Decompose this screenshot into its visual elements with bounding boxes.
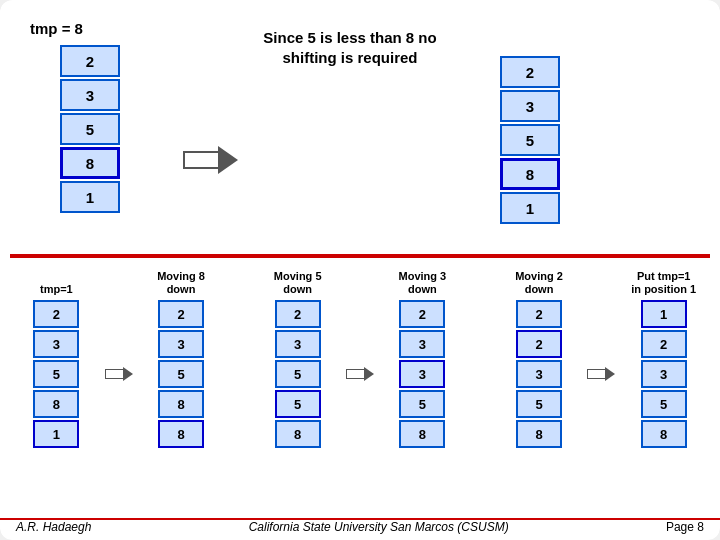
section-divider xyxy=(10,254,710,258)
top-right-cell-1: 3 xyxy=(500,90,560,122)
bottom-cell-3-1: 3 xyxy=(399,330,445,358)
footer-author: A.R. Hadaegh xyxy=(16,520,91,534)
col-group-1: Moving 8 down23588 xyxy=(135,268,228,450)
bottom-cell-1-3: 8 xyxy=(158,390,204,418)
top-right-cell-3: 8 xyxy=(500,158,560,190)
footer: A.R. Hadaegh California State University… xyxy=(0,518,720,534)
bottom-cell-4-0: 2 xyxy=(516,300,562,328)
small-arrow-icon xyxy=(105,367,133,381)
main-container: tmp = 8 23581 Since 5 is less than 8 no … xyxy=(0,0,720,540)
bottom-cell-1-1: 3 xyxy=(158,330,204,358)
bottom-cell-5-4: 8 xyxy=(641,420,687,448)
col-group-0: tmp=123581 xyxy=(10,268,103,450)
bottom-cell-0-1: 3 xyxy=(33,330,79,358)
right-arrow xyxy=(170,10,250,250)
bottom-section: tmp=123581Moving 8 down23588Moving 5 dow… xyxy=(10,262,710,450)
column-arrow xyxy=(348,268,372,450)
top-left-array: tmp = 8 23581 xyxy=(10,10,170,215)
col-label-4: Moving 2 down xyxy=(515,268,563,296)
top-left-cell-0: 2 xyxy=(60,45,120,77)
column-arrow xyxy=(107,268,131,450)
top-left-cells: 23581 xyxy=(60,45,120,215)
arr-body xyxy=(346,369,364,379)
small-arrow-icon xyxy=(346,367,374,381)
col-group-5: Put tmp=1 in position 112358 xyxy=(617,268,710,450)
footer-university: California State University San Marcos (… xyxy=(249,520,509,534)
top-right-cell-0: 2 xyxy=(500,56,560,88)
bottom-cell-1-0: 2 xyxy=(158,300,204,328)
between-col-spacer xyxy=(231,268,247,450)
col-label-2: Moving 5 down xyxy=(274,268,322,296)
bottom-cell-0-2: 5 xyxy=(33,360,79,388)
bottom-cell-2-1: 3 xyxy=(275,330,321,358)
top-right-cells: 23581 xyxy=(500,56,560,226)
col-group-2: Moving 5 down23558 xyxy=(251,268,344,450)
bottom-cell-0-3: 8 xyxy=(33,390,79,418)
title-area: Since 5 is less than 8 no shifting is re… xyxy=(250,10,450,75)
top-section: tmp = 8 23581 Since 5 is less than 8 no … xyxy=(10,10,710,250)
bottom-cell-2-4: 8 xyxy=(275,420,321,448)
bottom-cell-5-2: 3 xyxy=(641,360,687,388)
small-arrow-icon xyxy=(587,367,615,381)
col-label-1: Moving 8 down xyxy=(157,268,205,296)
top-left-cell-4: 1 xyxy=(60,181,120,213)
bottom-cell-5-0: 1 xyxy=(641,300,687,328)
col-label-3: Moving 3 down xyxy=(399,268,447,296)
arrow-head xyxy=(218,146,238,174)
top-right-cell-2: 5 xyxy=(500,124,560,156)
bottom-cell-4-3: 5 xyxy=(516,390,562,418)
col-group-3: Moving 3 down23358 xyxy=(376,268,469,450)
column-arrow xyxy=(589,268,613,450)
col-label-5: Put tmp=1 in position 1 xyxy=(631,268,696,296)
top-left-cell-2: 5 xyxy=(60,113,120,145)
bottom-cell-5-3: 5 xyxy=(641,390,687,418)
arrow-right-icon xyxy=(183,146,238,174)
bottom-cell-0-0: 2 xyxy=(33,300,79,328)
bottom-cell-1-2: 5 xyxy=(158,360,204,388)
bottom-cell-4-2: 3 xyxy=(516,360,562,388)
bottom-cell-4-4: 8 xyxy=(516,420,562,448)
bottom-cell-3-2: 3 xyxy=(399,360,445,388)
bottom-cell-3-4: 8 xyxy=(399,420,445,448)
top-left-cell-3: 8 xyxy=(60,147,120,179)
arr-body xyxy=(105,369,123,379)
bottom-cell-4-1: 2 xyxy=(516,330,562,358)
top-left-cell-1: 3 xyxy=(60,79,120,111)
arr-head xyxy=(123,367,133,381)
arr-head xyxy=(364,367,374,381)
title-text: Since 5 is less than 8 no shifting is re… xyxy=(263,28,436,67)
bottom-cell-1-4: 8 xyxy=(158,420,204,448)
bottom-cell-5-1: 2 xyxy=(641,330,687,358)
bottom-cell-2-3: 5 xyxy=(275,390,321,418)
bottom-cell-3-3: 5 xyxy=(399,390,445,418)
top-right-array: 23581 xyxy=(450,10,610,226)
col-group-4: Moving 2 down22358 xyxy=(493,268,586,450)
footer-page: Page 8 xyxy=(666,520,704,534)
tmp-label: tmp = 8 xyxy=(30,20,83,37)
arrow-body xyxy=(183,151,218,169)
between-col-spacer xyxy=(473,268,489,450)
bottom-cell-2-0: 2 xyxy=(275,300,321,328)
top-right-cell-4: 1 xyxy=(500,192,560,224)
arr-head xyxy=(605,367,615,381)
bottom-cell-0-4: 1 xyxy=(33,420,79,448)
arr-body xyxy=(587,369,605,379)
col-label-0: tmp=1 xyxy=(40,268,73,296)
bottom-cell-3-0: 2 xyxy=(399,300,445,328)
bottom-cell-2-2: 5 xyxy=(275,360,321,388)
